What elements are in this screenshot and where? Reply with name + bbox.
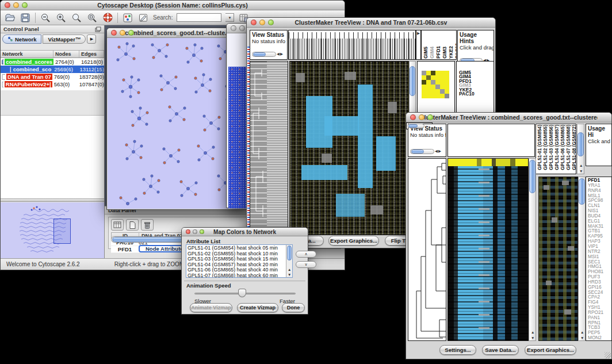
scrollbar-thumb[interactable] bbox=[577, 132, 584, 156]
treeview2-heatmap[interactable] bbox=[447, 158, 529, 341]
zoom-fit-icon[interactable] bbox=[86, 12, 98, 24]
gene-label[interactable]: HAP3 bbox=[588, 239, 603, 244]
export-graphics-button[interactable]: Export Graphics... bbox=[525, 345, 576, 355]
gene-label[interactable]: SEC1 bbox=[588, 259, 603, 265]
close-button[interactable] bbox=[186, 229, 190, 234]
attribute-listbox[interactable]: GPL51-01 (GSM854) heat shock 05 minGPL51… bbox=[186, 244, 293, 278]
minimize-button[interactable] bbox=[259, 20, 265, 25]
resize-grip[interactable] bbox=[605, 352, 611, 358]
column-label[interactable]: GPL51-04 (GSM857) bbox=[554, 125, 560, 170]
scroll-right-icon[interactable]: ▶ bbox=[416, 32, 420, 36]
gene-label[interactable]: PFD1 bbox=[459, 79, 475, 83]
column-label[interactable]: GIM5 bbox=[423, 47, 429, 59]
overview-viewport-rect[interactable] bbox=[53, 219, 71, 244]
scroll-down-icon[interactable]: ▼ bbox=[288, 273, 291, 277]
attribute-item[interactable]: GPL51-07 (GSM868) heat shock 60 min bbox=[188, 273, 285, 278]
close-button[interactable] bbox=[5, 2, 10, 8]
column-label[interactable]: GPL51-08 (GSM872) bbox=[571, 125, 576, 170]
gene-label[interactable]: NIS1 bbox=[588, 208, 603, 213]
gene-label[interactable]: MSL1 bbox=[588, 193, 603, 198]
search-dropdown-icon[interactable]: ▼ bbox=[225, 13, 234, 22]
gene-label[interactable]: BUD4 bbox=[588, 213, 603, 219]
scroll-down-icon[interactable]: ▼ bbox=[579, 170, 583, 174]
scroll-up-icon[interactable]: ▲ bbox=[288, 268, 291, 272]
network-overview-thumbnail[interactable] bbox=[1, 202, 104, 258]
gene-label[interactable]: MON2 bbox=[588, 335, 603, 340]
zoom-selected-icon[interactable] bbox=[71, 12, 82, 24]
tab-overflow-button[interactable]: ▶ bbox=[87, 35, 96, 44]
gene-label[interactable]: RPO21 bbox=[588, 310, 603, 315]
new-attribute-icon[interactable] bbox=[126, 219, 139, 231]
treeview2-secondary-heatmap[interactable] bbox=[538, 177, 578, 341]
gene-label[interactable]: PEP5 bbox=[588, 330, 603, 335]
scroll-down-icon[interactable]: ▼ bbox=[531, 336, 534, 340]
column-label[interactable]: GPL51-07 (GSM868) bbox=[565, 125, 571, 170]
treeview2-column-dendrogram[interactable] bbox=[447, 124, 535, 157]
tab-network[interactable]: Network bbox=[2, 35, 41, 44]
search-input[interactable] bbox=[177, 13, 221, 22]
scrollbar-thumb[interactable] bbox=[253, 52, 266, 56]
network-row-combined-scores[interactable]: combined_scores 2764(0) 16218(0) bbox=[1, 58, 104, 66]
column-label[interactable]: GPL51-02 (GSM855) bbox=[542, 125, 548, 170]
move-down-button[interactable]: ∨ bbox=[296, 261, 316, 268]
gene-label[interactable]: PUF3 bbox=[588, 274, 603, 279]
minimize-button[interactable] bbox=[13, 2, 19, 8]
scrollbar-thumb[interactable] bbox=[411, 150, 424, 154]
save-data-button[interactable]: Save Data... bbox=[482, 345, 519, 355]
network-table-header[interactable]: Network Nodes Edges bbox=[1, 51, 104, 58]
scroll-right-icon[interactable]: ▶ bbox=[438, 150, 441, 154]
column-label[interactable]: GPL51-06 (GSM865) bbox=[560, 125, 565, 170]
zoom-button[interactable] bbox=[200, 229, 204, 234]
dendrogram-arrow-strip[interactable]: ▶ bbox=[416, 30, 421, 60]
column-label[interactable]: GIM4 bbox=[429, 47, 435, 59]
scrollbar-thumb[interactable] bbox=[408, 124, 418, 128]
minimize-button[interactable] bbox=[419, 114, 424, 120]
help-lifering-icon[interactable] bbox=[102, 12, 113, 24]
close-button[interactable] bbox=[111, 30, 117, 36]
export-graphics-button[interactable]: Export Graphics... bbox=[328, 236, 379, 246]
tab-vizmapper[interactable]: VizMapper™ bbox=[43, 35, 86, 44]
gene-label[interactable]: HRD3 bbox=[588, 279, 603, 285]
treeview2-titlebar[interactable]: ClusterMaker TreeView : combined_scores_… bbox=[406, 113, 611, 122]
slider-thumb[interactable] bbox=[238, 289, 246, 297]
network-row-combined-sco-selected[interactable]: combined_sco 2569(6) 13112(15) bbox=[1, 66, 104, 73]
gene-label[interactable]: GPI16 bbox=[588, 285, 603, 290]
gene-label[interactable]: GIM5 bbox=[459, 71, 475, 75]
scrollbar-thumb[interactable] bbox=[579, 178, 585, 205]
attribute-select-icon[interactable] bbox=[111, 219, 124, 231]
close-button[interactable] bbox=[251, 20, 257, 25]
column-label[interactable]: GPL51-03 (GSM856) bbox=[548, 125, 554, 170]
gene-label[interactable]: PFD1 bbox=[588, 178, 603, 183]
gene-label[interactable]: SEC24 bbox=[588, 290, 603, 295]
zoom-out-icon[interactable] bbox=[40, 12, 51, 24]
gene-label[interactable]: YRA1 bbox=[588, 183, 603, 188]
column-label[interactable]: PFD1 bbox=[435, 46, 441, 59]
treeview2-gene-vscrollbar[interactable]: ▲ ▼ bbox=[578, 177, 586, 341]
panel-divider[interactable] bbox=[1, 198, 104, 202]
column-label[interactable]: GPL51-01 (GSM854) bbox=[537, 125, 542, 170]
create-vizmap-button[interactable]: Create Vizmap bbox=[237, 303, 278, 312]
gene-label[interactable]: GIM4 bbox=[459, 75, 475, 79]
gene-label[interactable]: GTB1 bbox=[588, 228, 603, 233]
column-label[interactable]: PAC10 bbox=[454, 43, 457, 59]
treeview1-row-dendrogram[interactable] bbox=[250, 61, 288, 235]
gene-label[interactable]: CPA2 bbox=[588, 294, 603, 300]
scroll-left-icon[interactable]: ◀ bbox=[435, 150, 438, 154]
save-icon[interactable] bbox=[20, 12, 31, 24]
zoom-button[interactable] bbox=[268, 20, 274, 25]
network-row-dna-tran[interactable]: DNA and Tran 07 769(0) 183728(0) bbox=[1, 73, 104, 81]
delete-attribute-icon[interactable] bbox=[141, 219, 154, 231]
main-titlebar[interactable]: Cytoscape Desktop (Session Name: collins… bbox=[1, 1, 345, 10]
scroll-right-icon[interactable]: ▶ bbox=[280, 52, 283, 56]
gene-label[interactable]: RPN1 bbox=[588, 320, 603, 325]
network-overview-icon[interactable] bbox=[122, 12, 133, 24]
gene-label[interactable]: PAC10 bbox=[459, 92, 475, 96]
scroll-left-icon[interactable]: ◀ bbox=[277, 52, 280, 56]
scrollbar-thumb[interactable] bbox=[410, 66, 415, 96]
scroll-up-icon[interactable]: ▲ bbox=[531, 331, 534, 335]
gene-label[interactable]: PHO81 bbox=[588, 269, 603, 274]
gene-label[interactable]: ELG1 bbox=[588, 219, 603, 224]
listbox-vscrollbar[interactable]: ▲ ▼ bbox=[286, 245, 292, 277]
gene-label[interactable]: YKE2 bbox=[459, 88, 475, 92]
minimize-button[interactable] bbox=[193, 229, 197, 234]
